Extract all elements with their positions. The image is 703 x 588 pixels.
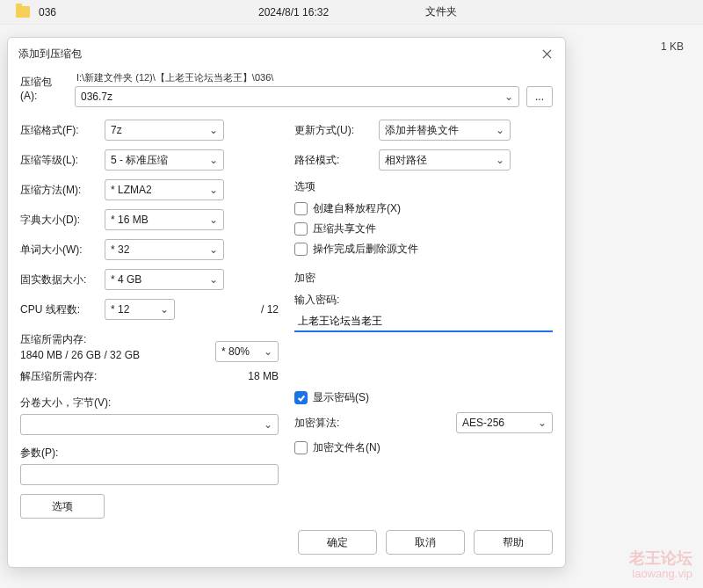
archive-label: 压缩包(A): — [20, 75, 68, 107]
file-type: 文件夹 — [425, 4, 531, 19]
level-label: 压缩等级(L): — [20, 153, 105, 168]
encrypt-names-checkbox[interactable] — [294, 441, 308, 454]
dialog-footer: 确定 取消 帮助 — [8, 521, 565, 567]
titlebar: 添加到压缩包 — [8, 38, 565, 68]
delete-label: 操作完成后删除源文件 — [313, 242, 418, 257]
password-input[interactable] — [294, 311, 553, 332]
path-mode-combo[interactable]: 相对路径⌄ — [379, 149, 511, 171]
chevron-down-icon: ⌄ — [496, 154, 504, 166]
volume-combo[interactable]: ⌄ — [20, 414, 279, 435]
chevron-down-icon: ⌄ — [504, 91, 513, 103]
share-label: 压缩共享文件 — [313, 221, 376, 236]
share-checkbox[interactable] — [294, 222, 308, 236]
chevron-down-icon: ⌄ — [209, 243, 218, 256]
cpu-total: / 12 — [261, 303, 279, 316]
level-value: 5 - 标准压缩 — [111, 153, 168, 168]
watermark-line2: laowang.vip — [629, 568, 692, 581]
right-column: 更新方式(U): 添加并替换文件⌄ 路径模式: 相对路径⌄ 选项 创建自释放程序… — [294, 120, 553, 519]
help-button[interactable]: 帮助 — [474, 530, 553, 555]
password-label: 输入密码: — [294, 293, 553, 308]
folder-icon — [16, 6, 30, 18]
dialog-title: 添加到压缩包 — [18, 47, 537, 62]
show-password-label: 显示密码(S) — [313, 390, 369, 405]
close-icon — [542, 49, 552, 59]
algo-label: 加密算法: — [294, 416, 373, 431]
algo-combo[interactable]: AES-256⌄ — [456, 412, 553, 433]
explorer-row[interactable]: 036 2024/8/1 16:32 文件夹 — [0, 0, 703, 25]
mem-compress-label: 压缩所需内存: — [20, 332, 215, 347]
close-button[interactable] — [537, 45, 556, 62]
chevron-down-icon: ⌄ — [209, 214, 218, 226]
sfx-label: 创建自释放程序(X) — [313, 201, 401, 216]
sfx-checkbox[interactable] — [294, 202, 308, 215]
archive-name-combo[interactable]: 036.7z ⌄ — [75, 86, 519, 107]
params-label: 参数(P): — [20, 446, 279, 461]
chevron-down-icon: ⌄ — [209, 154, 218, 166]
file-name: 036 — [39, 6, 258, 18]
help-label: 帮助 — [503, 535, 524, 550]
options-button[interactable]: 选项 — [20, 494, 105, 519]
path-mode-value: 相对路径 — [385, 153, 427, 168]
cancel-button[interactable]: 取消 — [386, 530, 465, 555]
format-label: 压缩格式(F): — [20, 123, 105, 138]
word-label: 单词大小(W): — [20, 243, 105, 258]
options-button-label: 选项 — [52, 499, 73, 514]
watermark: 老王论坛 laowang.vip — [629, 549, 692, 581]
volume-label: 分卷大小，字节(V): — [20, 396, 279, 410]
chevron-down-icon: ⌄ — [496, 124, 504, 136]
cpu-label: CPU 线程数: — [20, 302, 105, 317]
file-size: 1 KB — [661, 40, 684, 53]
encrypt-group-label: 加密 — [294, 271, 553, 286]
mem-pct-combo[interactable]: * 80%⌄ — [215, 341, 279, 362]
browse-button[interactable]: ... — [526, 86, 553, 107]
params-input[interactable] — [20, 464, 279, 485]
method-value: * LZMA2 — [111, 184, 152, 196]
delete-checkbox[interactable] — [294, 243, 308, 256]
word-value: * 32 — [111, 243, 129, 256]
chevron-down-icon: ⌄ — [264, 418, 272, 431]
watermark-line1: 老王论坛 — [629, 549, 692, 568]
dict-value: * 16 MB — [111, 214, 149, 226]
browse-dots: ... — [535, 91, 544, 103]
ok-button[interactable]: 确定 — [298, 530, 377, 555]
update-label: 更新方式(U): — [294, 123, 379, 138]
solid-label: 固实数据大小: — [20, 272, 105, 287]
solid-combo[interactable]: * 4 GB⌄ — [105, 269, 224, 290]
add-to-archive-dialog: 添加到压缩包 压缩包(A): I:\新建文件夹 (12)\【上老王论坛当老王】\… — [7, 37, 566, 568]
format-combo[interactable]: 7z⌄ — [105, 120, 224, 141]
options-group-label: 选项 — [294, 179, 553, 194]
chevron-down-icon: ⌄ — [160, 303, 169, 316]
mem-pct-value: * 80% — [221, 345, 250, 358]
cancel-label: 取消 — [415, 535, 436, 550]
mem-decompress-value: 18 MB — [248, 370, 279, 382]
level-combo[interactable]: 5 - 标准压缩⌄ — [105, 149, 224, 171]
solid-value: * 4 GB — [111, 273, 141, 286]
chevron-down-icon: ⌄ — [264, 345, 272, 358]
check-icon — [297, 394, 306, 403]
cpu-combo[interactable]: * 12⌄ — [105, 299, 175, 320]
dict-label: 字典大小(D): — [20, 213, 105, 228]
chevron-down-icon: ⌄ — [538, 417, 547, 429]
method-label: 压缩方法(M): — [20, 183, 105, 198]
file-date: 2024/8/1 16:32 — [258, 6, 425, 18]
show-password-checkbox[interactable] — [294, 391, 308, 404]
method-combo[interactable]: * LZMA2⌄ — [105, 179, 224, 200]
update-value: 添加并替换文件 — [385, 123, 459, 138]
dict-combo[interactable]: * 16 MB⌄ — [105, 209, 224, 230]
encrypt-names-label: 加密文件名(N) — [313, 440, 380, 455]
chevron-down-icon: ⌄ — [209, 184, 218, 196]
left-column: 压缩格式(F): 7z⌄ 压缩等级(L): 5 - 标准压缩⌄ 压缩方法(M):… — [20, 120, 279, 519]
mem-compress-value: 1840 MB / 26 GB / 32 GB — [20, 349, 215, 361]
update-combo[interactable]: 添加并替换文件⌄ — [379, 120, 511, 141]
format-value: 7z — [111, 124, 122, 136]
algo-value: AES-256 — [462, 417, 504, 429]
word-combo[interactable]: * 32⌄ — [105, 239, 224, 260]
ok-label: 确定 — [327, 535, 348, 550]
chevron-down-icon: ⌄ — [209, 273, 218, 286]
archive-path-hint: I:\新建文件夹 (12)\【上老王论坛当老王】\036\ — [75, 71, 519, 84]
path-mode-label: 路径模式: — [294, 153, 379, 168]
chevron-down-icon: ⌄ — [209, 124, 218, 136]
cpu-value: * 12 — [111, 303, 129, 316]
archive-name-value: 036.7z — [81, 91, 112, 103]
mem-decompress-label: 解压缩所需内存: — [20, 369, 248, 384]
